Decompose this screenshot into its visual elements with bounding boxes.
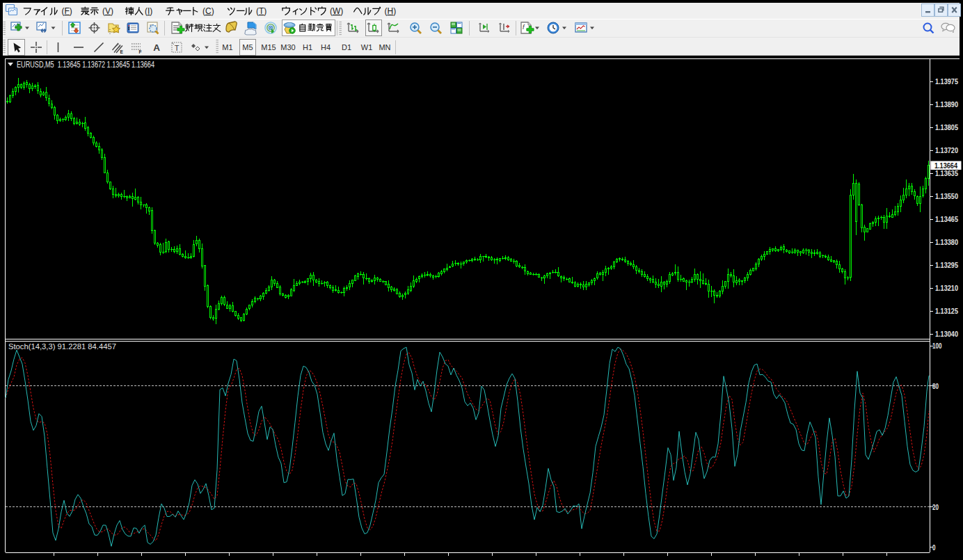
svg-text:(V): (V) [102,6,113,16]
svg-text:T: T [175,44,180,52]
svg-text:M5: M5 [242,43,253,51]
svg-text:M15: M15 [261,43,276,51]
svg-text:M30: M30 [280,43,295,51]
svg-text:1.13550: 1.13550 [935,192,958,200]
svg-text:H1: H1 [303,43,312,51]
svg-text:1.13210: 1.13210 [935,284,958,292]
svg-text:1.13295: 1.13295 [935,261,958,269]
svg-text:1.13720: 1.13720 [935,146,958,154]
svg-text:1.13975: 1.13975 [935,77,958,86]
svg-text:80: 80 [932,382,939,390]
svg-text:D1: D1 [342,43,351,51]
svg-text:F: F [139,49,142,54]
svg-text:1.13465: 1.13465 [935,215,958,223]
svg-text:M1: M1 [222,43,232,51]
svg-text:1.13890: 1.13890 [935,100,958,109]
svg-text:1.13664: 1.13664 [934,161,958,170]
svg-text:(T): (T) [256,6,266,16]
svg-text:0: 0 [932,543,936,552]
svg-text:MN: MN [379,43,390,51]
svg-text:1.13380: 1.13380 [935,238,958,246]
svg-text:20: 20 [932,503,939,511]
svg-text:1.13040: 1.13040 [935,330,958,338]
svg-text:1.13125: 1.13125 [935,307,958,315]
svg-text:100: 100 [932,342,942,350]
svg-text:(W): (W) [330,6,343,16]
svg-text:A: A [153,42,160,53]
svg-text:E: E [120,49,124,54]
svg-text:H4: H4 [321,43,331,51]
svg-text:W1: W1 [361,43,373,51]
svg-text:1.13805: 1.13805 [935,123,958,131]
svg-text:EURUSD,M5 1.13645 1.13672 1.1: EURUSD,M5 1.13645 1.13672 1.13645 1.1366… [17,60,154,70]
svg-text:(I): (I) [145,6,152,16]
svg-text:Stoch(14,3,3) 91.2281 84.4457: Stoch(14,3,3) 91.2281 84.4457 [8,342,116,351]
svg-text:(F): (F) [62,6,72,16]
svg-text:1.13635: 1.13635 [935,169,958,177]
svg-text:(H): (H) [385,6,397,16]
svg-text:(C): (C) [202,6,214,16]
